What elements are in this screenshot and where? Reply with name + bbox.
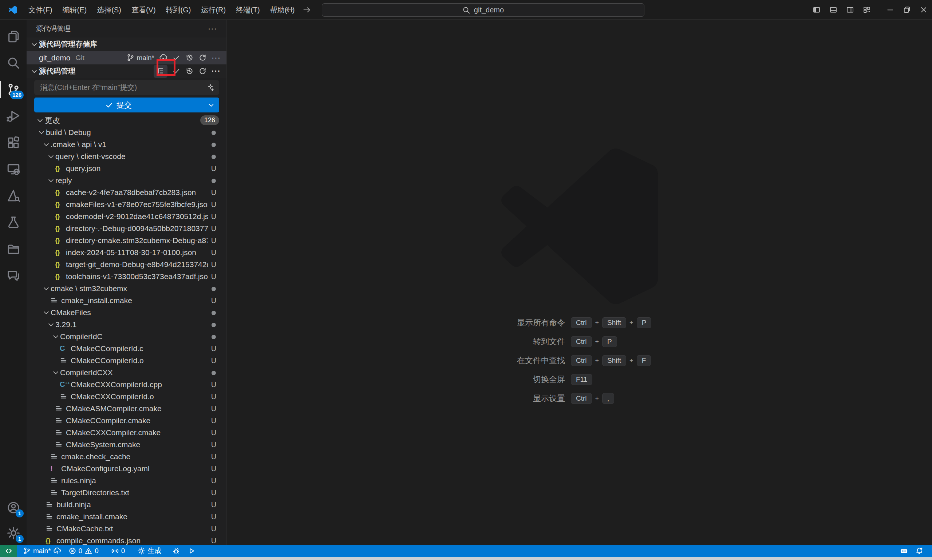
tree-row[interactable]: rules.ninjaU [26,474,226,486]
menu-item[interactable]: 查看(V) [126,3,161,17]
tree-row[interactable]: {}target-git_demo-Debug-e8b494d2153742d7… [26,258,226,270]
tree-item-label: cmake_install.cmake [56,512,128,521]
history-icon[interactable] [185,67,194,75]
activitybar-source-control-icon[interactable]: 126 [0,77,26,102]
annotation-box-red [157,59,176,76]
repo-row[interactable]: git_demo Git main* ··· [26,51,226,65]
tree-row[interactable]: {}cmakeFiles-v1-e78e07ec755fe3fbcfe9.jso… [26,198,226,210]
menu-item[interactable]: 编辑(E) [57,3,92,17]
tree-row[interactable]: reply [26,174,226,186]
tree-row[interactable]: CompilerIdC [26,331,226,342]
sparkle-icon[interactable] [206,84,214,92]
tree-row[interactable]: {}query.jsonU [26,162,226,174]
tree-row[interactable]: {}toolchains-v1-73300d53c373ea437adf.jso… [26,270,226,282]
layout-sidebar-right-icon[interactable] [842,0,858,20]
arrow-forward-icon[interactable] [302,5,312,15]
tree-row[interactable]: CMakeASMCompiler.cmakeU [26,402,226,414]
tree-item-label: query.json [66,164,100,173]
repo-more-icon[interactable]: ··· [211,53,220,63]
tree-row[interactable]: TargetDirectories.txtU [26,486,226,498]
tree-row[interactable]: {}directory-cmake.stm32cubemx-Debug-a874… [26,234,226,246]
commit-dropdown-icon[interactable] [203,101,219,109]
modified-dot-badge [208,152,219,161]
layout-panel-icon[interactable] [825,0,842,20]
menu-item[interactable]: 文件(F) [23,3,57,17]
remote-indicator[interactable] [0,545,17,557]
tree-row[interactable]: !CMakeConfigureLog.yamlU [26,463,226,474]
warning-icon [85,547,92,555]
refresh-icon[interactable] [199,67,207,75]
status-branch[interactable]: main* [19,545,65,557]
activitybar-cmake-icon[interactable] [0,183,26,209]
tree-row[interactable]: 3.29.1 [26,318,226,331]
activitybar-remote-explorer-icon[interactable] [0,157,26,182]
tree-row[interactable]: cmake_install.cmakeU [26,511,226,523]
tree-row[interactable]: query \ client-vscode [26,150,226,162]
activitybar-explorer-icon[interactable] [0,24,26,49]
status-problems[interactable]: 0 0 [65,545,102,557]
status-cmake-build[interactable]: 生成 [134,545,165,557]
tree-row[interactable]: CMakeCache.txtU [26,523,226,535]
menu-item[interactable]: 选择(S) [92,3,126,17]
menu-item[interactable]: 终端(T) [231,3,265,17]
tree-row[interactable]: .cmake \ api \ v1 [26,138,226,150]
section-source-control[interactable]: 源代码管理 ··· [26,65,226,78]
menu-item[interactable]: 转到(G) [161,3,196,17]
tree-row[interactable]: CMakeCCompilerId.oU [26,354,226,366]
activitybar-badge: 126 [10,91,24,99]
tree-row[interactable]: CMakeSystem.cmakeU [26,438,226,451]
tree-row[interactable]: CMakeFiles [26,306,226,318]
search-text: git_demo [474,6,504,14]
section-repositories[interactable]: 源代码管理存储库 [26,37,226,51]
tree-row[interactable]: {}codemodel-v2-9012dae41c648730512d.json… [26,210,226,222]
tree-row[interactable]: cmake_install.cmakeU [26,294,226,306]
branch-indicator[interactable]: main* [126,54,154,62]
arrow-back-icon[interactable] [285,5,294,15]
tree-row[interactable]: {}index-2024-05-11T08-30-17-0100.jsonU [26,246,226,258]
status-notifications[interactable] [912,545,927,557]
activitybar-folder-library-icon[interactable] [0,236,26,262]
tree-row[interactable]: {}compile_commands.jsonU [26,535,226,545]
status-ports[interactable]: 0 [108,545,129,557]
ports-count: 0 [121,547,125,555]
activitybar-run-debug-icon[interactable] [0,103,26,129]
minimize-icon[interactable] [882,0,898,20]
changes-header[interactable]: 更改 126 [26,114,226,126]
activitybar-search-icon[interactable] [0,50,26,76]
layout-sidebar-left-icon[interactable] [808,0,825,20]
tree-row[interactable]: build.ninjaU [26,498,226,511]
tree-row[interactable]: {}cache-v2-4fe7aa78dbebaf7cb283.jsonU [26,186,226,198]
activitybar-account-icon[interactable]: 1 [0,495,26,520]
activitybar-comments-icon[interactable] [0,263,26,288]
section-more-icon[interactable]: ··· [211,66,220,76]
tree-row[interactable]: C++CMakeCXXCompilerId.cppU [26,378,226,391]
activitybar-testing-icon[interactable] [0,209,26,235]
tree-row[interactable]: CMakeCXXCompiler.cmakeU [26,426,226,438]
vscode-window: 文件(F)编辑(E)选择(S)查看(V)转到(G)运行(R)终端(T)帮助(H)… [0,0,932,560]
tree-row[interactable]: {}directory-.-Debug-d0094a50bb2071803777… [26,222,226,234]
tree-row[interactable]: CMakeCCompiler.cmakeU [26,414,226,426]
chevron-down-icon [42,140,51,148]
more-actions-icon[interactable]: ··· [208,24,217,34]
command-center-search[interactable]: git_demo [322,3,644,17]
status-debug-bug[interactable] [169,545,184,557]
tree-row[interactable]: build \ Debug [26,126,226,138]
menu-item[interactable]: 运行(R) [196,3,231,17]
commit-button[interactable]: 提交 [34,97,219,112]
tree-row[interactable]: cmake.check_cacheU [26,451,226,463]
tree-row[interactable]: CompilerIdCXX [26,366,226,378]
tree-row[interactable]: CCMakeCCompilerId.cU [26,342,226,354]
broadcast-icon [111,547,119,555]
activitybar-extensions-icon[interactable] [0,130,26,155]
tree-row[interactable]: cmake \ stm32cubemx [26,282,226,294]
refresh-icon[interactable] [199,54,207,62]
close-icon[interactable] [915,0,932,20]
activitybar-settings-gear-icon[interactable]: 1 [0,520,26,546]
history-icon[interactable] [185,54,194,62]
layout-customize-icon[interactable] [858,0,875,20]
status-run[interactable] [184,545,199,557]
status-copilot[interactable] [896,545,912,557]
tree-row[interactable]: CMakeCXXCompilerId.oU [26,391,226,402]
restore-icon[interactable] [898,0,915,20]
commit-message-input[interactable]: 消息(Ctrl+Enter 在“main”提交) [34,80,219,95]
